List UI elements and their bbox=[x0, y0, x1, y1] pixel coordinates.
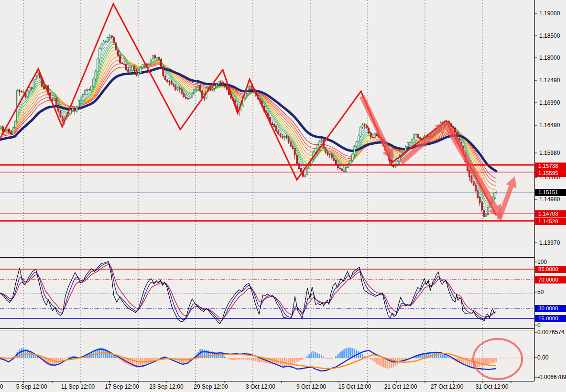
main-chart-panel[interactable] bbox=[0, 0, 534, 256]
chart-window: 1.190001.185001.180001.174901.169901.164… bbox=[0, 0, 566, 392]
stochastic-indicator-panel[interactable] bbox=[0, 258, 534, 328]
price-axis[interactable] bbox=[534, 0, 566, 381]
time-axis[interactable] bbox=[0, 381, 566, 392]
macd-indicator-panel[interactable] bbox=[0, 330, 534, 381]
